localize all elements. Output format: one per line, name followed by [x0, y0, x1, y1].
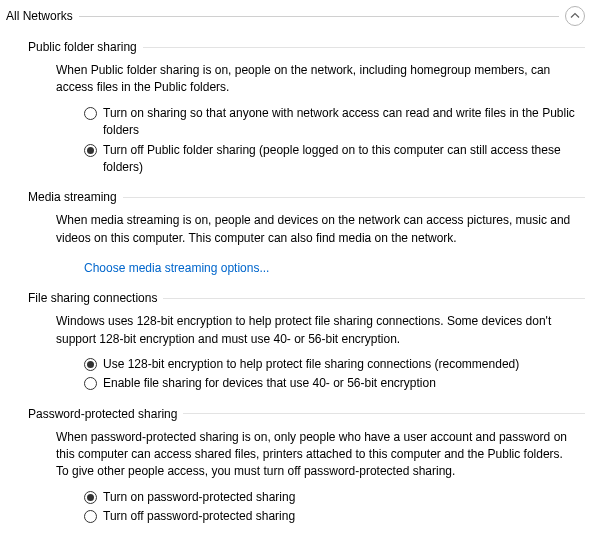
subheader-password: Password-protected sharing	[28, 407, 585, 421]
radio-label: Turn on sharing so that anyone with netw…	[103, 105, 575, 140]
media-description: When media streaming is on, people and d…	[56, 212, 575, 247]
subheader-title: Public folder sharing	[28, 40, 137, 54]
radio-public-on[interactable]: Turn on sharing so that anyone with netw…	[84, 105, 575, 140]
subheader-media-streaming: Media streaming	[28, 190, 585, 204]
section-title: All Networks	[6, 9, 73, 23]
divider	[143, 47, 585, 48]
password-radio-group: Turn on password-protected sharing Turn …	[84, 489, 575, 526]
radio-icon	[84, 377, 97, 390]
radio-encryption-40[interactable]: Enable file sharing for devices that use…	[84, 375, 575, 392]
radio-label: Enable file sharing for devices that use…	[103, 375, 436, 392]
radio-icon	[84, 144, 97, 157]
radio-icon	[84, 491, 97, 504]
section-header-all-networks: All Networks	[6, 6, 585, 26]
radio-icon	[84, 358, 97, 371]
password-description: When password-protected sharing is on, o…	[56, 429, 575, 481]
subheader-file-sharing: File sharing connections	[28, 291, 585, 305]
public-folder-description: When Public folder sharing is on, people…	[56, 62, 575, 97]
subheader-public-folder: Public folder sharing	[28, 40, 585, 54]
radio-label: Turn on password-protected sharing	[103, 489, 295, 506]
radio-password-on[interactable]: Turn on password-protected sharing	[84, 489, 575, 506]
subheader-title: Password-protected sharing	[28, 407, 177, 421]
divider	[79, 16, 559, 17]
subheader-title: Media streaming	[28, 190, 117, 204]
media-streaming-options-link[interactable]: Choose media streaming options...	[84, 261, 269, 275]
public-folder-radio-group: Turn on sharing so that anyone with netw…	[84, 105, 575, 177]
divider	[123, 197, 585, 198]
radio-label: Turn off Public folder sharing (people l…	[103, 142, 575, 177]
radio-label: Use 128-bit encryption to help protect f…	[103, 356, 519, 373]
divider	[163, 298, 585, 299]
file-sharing-radio-group: Use 128-bit encryption to help protect f…	[84, 356, 575, 393]
radio-label: Turn off password-protected sharing	[103, 508, 295, 525]
radio-icon	[84, 107, 97, 120]
radio-password-off[interactable]: Turn off password-protected sharing	[84, 508, 575, 525]
radio-public-off[interactable]: Turn off Public folder sharing (people l…	[84, 142, 575, 177]
divider	[183, 413, 585, 414]
collapse-button[interactable]	[565, 6, 585, 26]
radio-icon	[84, 510, 97, 523]
chevron-up-icon	[570, 11, 580, 21]
radio-encryption-128[interactable]: Use 128-bit encryption to help protect f…	[84, 356, 575, 373]
subheader-title: File sharing connections	[28, 291, 157, 305]
file-sharing-description: Windows uses 128-bit encryption to help …	[56, 313, 575, 348]
